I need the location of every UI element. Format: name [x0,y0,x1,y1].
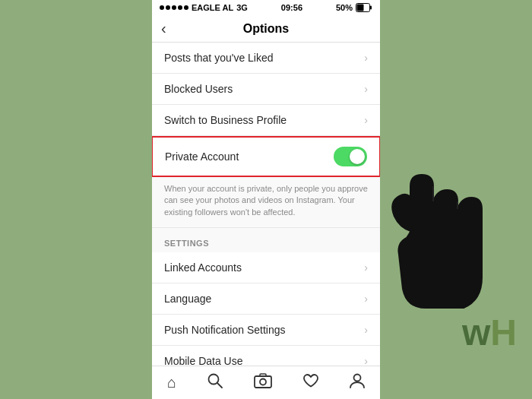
outer-wrapper: EAGLE AL 3G 09:56 50% ‹ Options Posts t [0,0,532,399]
status-bar: EAGLE AL 3G 09:56 50% [152,0,380,15]
nav-bar: ‹ Options [152,15,380,43]
chevron-icon-business: › [364,114,368,126]
private-account-label: Private Account [165,150,239,163]
tab-heart-icon[interactable] [302,373,319,392]
blocked-users-label: Blocked Users [164,83,233,95]
chevron-icon-push: › [364,324,368,336]
list-item-blocked-users[interactable]: Blocked Users › [152,74,380,105]
tab-camera-icon[interactable] [254,373,272,392]
svg-rect-5 [255,376,271,388]
battery-icon [356,3,372,12]
posts-liked-label: Posts that you've Liked [164,52,274,64]
svg-rect-2 [370,6,372,10]
svg-rect-1 [356,5,363,11]
svg-rect-7 [260,374,266,376]
list-item-linked-accounts[interactable]: Linked Accounts › [152,252,380,283]
list-item-private-account[interactable]: Private Account [152,136,380,177]
settings-list: Posts that you've Liked › Blocked Users … [152,43,380,366]
tab-profile-icon[interactable] [350,372,365,393]
private-account-description: When your account is private, only peopl… [152,177,380,228]
battery-label: 50% [336,3,353,12]
svg-point-6 [260,379,266,385]
phone-container: EAGLE AL 3G 09:56 50% ‹ Options Posts t [152,0,380,399]
wh-watermark: wH [462,312,517,353]
list-item-posts-liked[interactable]: Posts that you've Liked › [152,43,380,74]
back-button[interactable]: ‹ [161,20,166,37]
network-label: 3G [236,3,248,12]
time-label: 09:56 [281,3,302,12]
mobile-data-label: Mobile Data Use [164,355,243,366]
tab-search-icon[interactable] [207,372,223,393]
chevron-icon-posts: › [364,52,368,64]
carrier-label: EAGLE AL [192,3,233,12]
language-label: Language [164,293,211,305]
chevron-icon-linked: › [364,261,368,274]
list-item-language[interactable]: Language › [152,283,380,315]
settings-section-header: SETTINGS [152,228,380,252]
list-item-push-notifications[interactable]: Push Notification Settings › [152,315,380,346]
chevron-icon-language: › [364,293,368,305]
signal-dots [160,5,188,10]
chevron-icon-mobile: › [364,355,368,366]
svg-line-4 [217,383,222,388]
svg-point-8 [353,375,360,382]
bg-left [0,0,152,399]
list-item-business-profile[interactable]: Switch to Business Profile › [152,105,380,136]
push-notifications-label: Push Notification Settings [164,324,286,336]
page-title: Options [243,22,289,36]
business-profile-label: Switch to Business Profile [164,114,287,126]
private-account-toggle[interactable] [334,147,367,166]
linked-accounts-label: Linked Accounts [164,261,242,274]
tab-bar: ⌂ [152,366,380,399]
chevron-icon-blocked: › [364,83,368,95]
list-item-mobile-data[interactable]: Mobile Data Use › [152,346,380,366]
tab-home-icon[interactable]: ⌂ [167,374,176,391]
